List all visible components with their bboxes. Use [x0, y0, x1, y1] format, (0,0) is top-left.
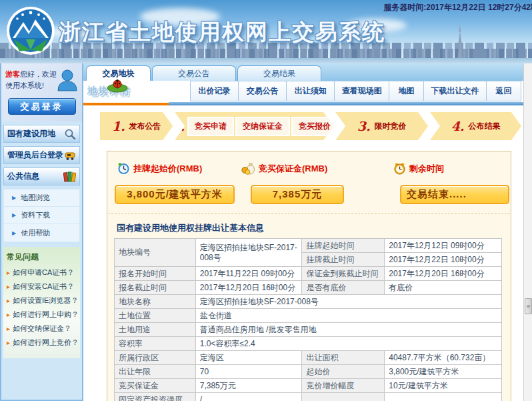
- alarm-clock-icon: [393, 162, 406, 175]
- faq-bullet-icon: ▸: [7, 325, 10, 332]
- plot-detail-panel: 挂牌起始价(RMB) 竞买保证金(RMB): [107, 151, 511, 401]
- sidebar-link-downloads[interactable]: ▶ 资料下载: [4, 207, 79, 224]
- guest-panel: 游客您好，欢迎 使用本系统! 交易登录: [1, 63, 82, 121]
- sidebar-menu-admin-login[interactable]: 管理员后台登录: [3, 146, 80, 164]
- clock-icon: [117, 162, 130, 175]
- table-start-price-label: 起始价: [302, 365, 385, 379]
- trade-login-button[interactable]: 交易登录: [8, 98, 76, 115]
- reserve-value: 有底价: [385, 281, 502, 295]
- faq-bullet-icon: ▸: [7, 339, 10, 346]
- toolbar-buttons: 出价记录 交易公告 出让须知 查看现场图 地图 下载出让文件 返回: [190, 81, 521, 101]
- city-skyline-decoration: [0, 49, 532, 59]
- deposit-value: 7,385万元: [251, 185, 344, 204]
- district-value: 定海区: [195, 351, 302, 365]
- page-title: 地块详情: [87, 85, 171, 97]
- money-bag-icon: [241, 162, 255, 175]
- faq-link-ie-setup[interactable]: ▸如何设置IE浏览器？: [7, 296, 77, 306]
- sidebar-link-map-browse[interactable]: ▶ 地图浏览: [4, 189, 79, 207]
- start-price-label: 挂牌起始价(RMB): [117, 162, 202, 175]
- step-publish-results: 4. 公布结果: [430, 112, 521, 140]
- admin-console-icon: [64, 150, 76, 161]
- area-label: 出让面积: [302, 351, 385, 365]
- pay-deposit-button[interactable]: 交纳保证金: [237, 118, 289, 135]
- reg-end-value: 2017年12月20日 16时00分: [195, 281, 302, 295]
- step-timed-bidding: 3. 限时竞价: [335, 112, 428, 140]
- table-row: 出让年限 70 起始价 3,800元/建筑平方米: [115, 365, 502, 379]
- list-end-label: 挂牌截止时间: [302, 253, 385, 267]
- faq-bullet-icon: ▸: [7, 283, 10, 290]
- location-label: 土地位置: [115, 309, 196, 323]
- far-value: 1.0<容积率≤2.4: [195, 337, 501, 351]
- info-section-title: 国有建设用地使用权挂牌出让基本信息: [117, 222, 511, 234]
- table-row: 报名开始时间 2017年11月22日 09时00分 保证金到账截止时间 2017…: [115, 267, 502, 281]
- land-use-value: 普通商品住房用地 /批发零售用地: [195, 323, 501, 337]
- blue-underline: [169, 102, 532, 105]
- faq-link-online-bid[interactable]: ▸如何进行网上竞价？: [7, 338, 77, 348]
- faq-link-pay-deposit[interactable]: ▸如何交纳保证金？: [7, 324, 77, 334]
- reg-start-value: 2017年11月22日 09时00分: [195, 267, 302, 281]
- plot-no-label: 地块编号: [115, 239, 196, 267]
- scrollbar-thumb[interactable]: [525, 298, 532, 314]
- step-publish-announcement: 1. 发布公告: [100, 112, 173, 140]
- list-end-value: 2017年12月22日 10时00分: [385, 253, 502, 267]
- bid-quote-button[interactable]: 竞买报价: [293, 118, 337, 135]
- guest-greeting: 游客您好，欢迎 使用本系统!: [5, 69, 57, 91]
- area-value: 40487.7平方米（60.732亩）: [385, 351, 502, 365]
- process-steps: 1. 发布公告 2. 竞买申请 交纳保证金 竞买报价 3. 限时竞价 4. 公布…: [100, 112, 521, 140]
- sidebar-link-help[interactable]: ▶ 使用帮助: [4, 224, 79, 242]
- toolbar: 地块详情 出价记录 交易公告 出让须知 查看现场图 地图 下载出让文件 返回: [83, 81, 532, 105]
- ladybug-leaf-icon: [106, 78, 129, 93]
- faq-panel: 常见问题 ▸如何申请CA证书？ ▸如何安装CA证书？ ▸如何设置IE浏览器？ ▸…: [3, 247, 80, 358]
- tab-trade-announcements[interactable]: 交易公告: [152, 65, 236, 81]
- price-summary: 挂牌起始价(RMB) 竞买保证金(RMB): [108, 162, 510, 214]
- transfer-notice-button[interactable]: 出让须知: [286, 81, 334, 101]
- empty-label-cell: [302, 393, 385, 401]
- header-banner: 浙江省土地使用权网上交易系统 服务器时间:2017年12月22日 12时27分4…: [0, 0, 532, 63]
- sidebar-menu-public-info[interactable]: 公共信息: [3, 167, 80, 185]
- investment-value: /: [195, 393, 302, 401]
- plot-info-table: 地块编号 定海区招拍挂地块SF-2017-008号 挂牌起始时间 2017年12…: [114, 238, 502, 401]
- map-button[interactable]: 地图: [389, 81, 423, 101]
- guest-name: 游客: [5, 70, 20, 78]
- sidebar-empty-area: [1, 358, 82, 400]
- increment-label: 竞价增价幅度: [302, 379, 385, 393]
- plot-name-value: 定海区招拍挂地块SF-2017-008号: [195, 295, 501, 309]
- vertical-scrollbar[interactable]: [523, 63, 532, 401]
- sidebar: 游客您好，欢迎 使用本系统! 交易登录 国有建设用地: [0, 63, 83, 401]
- back-button[interactable]: 返回: [486, 81, 521, 101]
- deposit-due-value: 2017年12月20日 16时00分: [385, 267, 502, 281]
- table-row: 容积率 1.0<容积率≤2.4: [115, 337, 502, 351]
- table-row: 竞买保证金 7,385万元 竞价增价幅度 10元/建筑平方米: [115, 379, 502, 393]
- faq-link-install-ca[interactable]: ▸如何安装CA证书？: [7, 282, 77, 292]
- site-photo-button[interactable]: 查看现场图: [334, 81, 389, 101]
- sidebar-menu-state-owned-land[interactable]: 国有建设用地: [3, 125, 80, 143]
- table-row: 固定资产投资强度 /: [115, 393, 502, 401]
- reserve-label: 是否有底价: [302, 281, 385, 295]
- table-row: 土地用途 普通商品住房用地 /批发零售用地: [115, 323, 502, 337]
- faq-bullet-icon: ▸: [7, 269, 10, 276]
- list-start-value: 2017年12月12日 09时00分: [385, 239, 502, 253]
- empty-value-cell: [385, 393, 502, 401]
- triangle-bullet-icon: ▶: [12, 195, 16, 201]
- server-time: 服务器时间:2017年12月22日 12时27分42秒: [383, 2, 532, 13]
- faq-link-online-apply[interactable]: ▸如何进行网上申购？: [7, 310, 77, 320]
- tab-bar: 交易地块 交易公告 交易结果: [83, 63, 532, 81]
- faq-link-apply-ca[interactable]: ▸如何申请CA证书？: [7, 268, 77, 278]
- magnifier-icon: [64, 128, 76, 140]
- bid-deposit-label: 竞买保证金: [115, 379, 196, 393]
- table-start-price-value: 3,800元/建筑平方米: [385, 365, 502, 379]
- orange-underline: [83, 103, 169, 105]
- tab-trade-results[interactable]: 交易结果: [237, 65, 321, 81]
- bid-application-button[interactable]: 竞买申请: [189, 118, 233, 135]
- reg-end-label: 报名截止时间: [115, 281, 196, 295]
- download-documents-button[interactable]: 下载出让文件: [423, 81, 486, 101]
- location-value: 盐仓街道: [195, 309, 501, 323]
- page: 浙江省土地使用权网上交易系统 服务器时间:2017年12月22日 12时27分4…: [0, 0, 532, 401]
- trade-announcement-button[interactable]: 交易公告: [238, 81, 286, 101]
- main-content: 交易地块 交易公告 交易结果 地块详情 出价记录: [83, 63, 532, 401]
- deposit-label: 竞买保证金(RMB): [241, 162, 327, 175]
- plot-name-label: 地块名称: [115, 295, 196, 309]
- user-avatar-icon: [57, 69, 78, 91]
- triangle-bullet-icon: ▶: [12, 230, 16, 236]
- bid-record-button[interactable]: 出价记录: [191, 81, 238, 101]
